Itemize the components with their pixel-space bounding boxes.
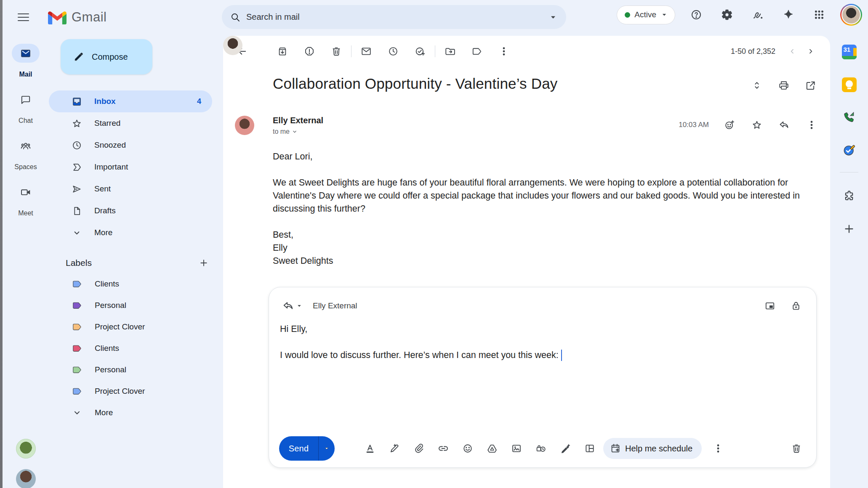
expand-all-button[interactable] [748,76,766,95]
tasks-icon [842,143,856,157]
status-label: Active [634,10,656,19]
help-me-schedule-chip[interactable]: Help me schedule [603,438,702,459]
keep-button[interactable] [840,75,858,94]
confidential-mode-button[interactable] [532,439,550,458]
lock-clock-icon [535,443,546,454]
main-menu-button[interactable] [13,8,33,27]
delete-button[interactable] [327,42,346,61]
reply-button[interactable] [775,116,793,134]
rail-item-spaces[interactable]: Spaces [3,136,49,171]
star-message-button[interactable] [748,116,766,134]
unfold-icon [751,80,762,91]
report-spam-button[interactable] [300,42,319,61]
open-in-new-button[interactable] [801,76,820,95]
sidebar-item-inbox[interactable]: Inbox 4 [49,90,212,112]
reply-header: Elly External [269,287,816,315]
signature-pen-button[interactable] [556,439,575,458]
label-tag-icon [72,278,83,289]
mail-toolbar: 1-50 of 2,352 [232,41,819,62]
calendar-button[interactable]: 31 [840,42,858,61]
more-button[interactable] [494,42,514,61]
sidebar: Compose Inbox 4 Starred Snoozed Importan… [49,34,223,488]
print-button[interactable] [775,76,793,95]
sidebar-item-starred[interactable]: Starred [49,112,212,134]
move-to-button[interactable] [440,42,460,61]
sidebar-item-drafts[interactable]: Drafts [49,200,212,222]
help-button[interactable] [687,5,706,24]
newer-button[interactable] [784,43,801,60]
formatting-options-button[interactable] [361,439,379,458]
voice-button[interactable] [840,108,858,127]
help-me-write-button[interactable] [385,439,404,458]
insert-from-drive-button[interactable] [483,439,501,458]
sidebar-item-sent[interactable]: Sent [49,178,212,200]
trash-icon [331,46,342,57]
rail-item-meet[interactable]: Meet [3,183,49,217]
attach-file-button[interactable] [410,439,428,458]
profile-avatar[interactable] [840,4,862,26]
reply-recipient[interactable]: Elly External [313,301,357,310]
sidebar-item-more[interactable]: More [49,222,212,244]
insert-link-button[interactable] [434,439,453,458]
send-button[interactable]: Send [279,436,335,461]
gemini-button[interactable] [779,5,798,24]
google-apps-button[interactable] [809,5,829,24]
label-item-project-clover-2[interactable]: Project Clover [49,380,223,402]
add-to-tasks-button[interactable] [410,42,430,61]
older-button[interactable] [802,43,819,60]
sidebar-item-important[interactable]: Important [49,156,212,178]
sidebar-item-snoozed[interactable]: Snoozed [49,134,212,156]
label-item-clients-2[interactable]: Clients [49,337,223,359]
label-item-personal[interactable]: Personal [49,294,223,316]
insert-image-button[interactable] [507,439,526,458]
search-bar[interactable] [222,5,566,29]
reply-draft-text: I would love to discuss further. Here’s … [280,349,559,362]
compose-more-options-button[interactable] [708,439,728,458]
reply-draft-editor[interactable]: Hi Elly, I would love to discuss further… [269,315,816,362]
chat-contact-avatar[interactable] [16,469,36,488]
link-icon [438,443,449,454]
snooze-button[interactable] [383,42,403,61]
trash-icon [791,443,802,454]
security-lock-button[interactable] [787,297,805,315]
rail-item-mail[interactable]: Mail [3,44,49,78]
sender-avatar[interactable] [235,116,254,135]
label-item-project-clover[interactable]: Project Clover [49,316,223,337]
rail-item-chat[interactable]: Chat [3,90,49,125]
compose-button[interactable]: Compose [61,39,152,74]
discard-draft-button[interactable] [787,439,806,458]
keep-icon [842,77,857,92]
send-options-caret-icon[interactable] [319,436,335,461]
add-reaction-button[interactable] [720,116,739,134]
message-header: Elly External to me 10:03 AM [235,116,821,135]
reply-type-caret-icon[interactable] [296,302,303,309]
chat-contact-avatar[interactable] [16,439,36,459]
insert-table-button[interactable] [580,439,599,458]
input-tools-button[interactable] [748,5,767,24]
search-input[interactable] [246,12,548,22]
status-chip[interactable]: Active [617,5,675,24]
search-options-caret-icon[interactable] [548,13,558,22]
get-addons-button[interactable] [840,187,858,205]
insert-emoji-button[interactable] [458,439,477,458]
create-label-button[interactable] [195,255,212,271]
label-item-personal-2[interactable]: Personal [49,359,223,380]
open-in-popup-button[interactable] [761,297,779,315]
tasks-button[interactable] [840,141,858,159]
search-icon [230,12,240,22]
archive-button[interactable] [273,42,292,61]
labels-button[interactable] [467,42,487,61]
reply-arrow-icon[interactable] [282,300,294,312]
image-icon [511,443,522,454]
phone-icon [842,111,856,124]
recipient-hint[interactable]: to me [273,128,323,135]
label-item-more[interactable]: More [49,402,223,423]
settings-button[interactable] [717,5,737,24]
message-more-button[interactable] [802,116,821,134]
add-apps-button[interactable] [840,220,858,238]
label-icon [471,46,482,57]
mark-unread-button[interactable] [357,42,376,61]
gmail-brand[interactable]: Gmail [48,10,107,25]
label-item-clients[interactable]: Clients [49,273,223,294]
details-caret-icon [291,128,298,135]
